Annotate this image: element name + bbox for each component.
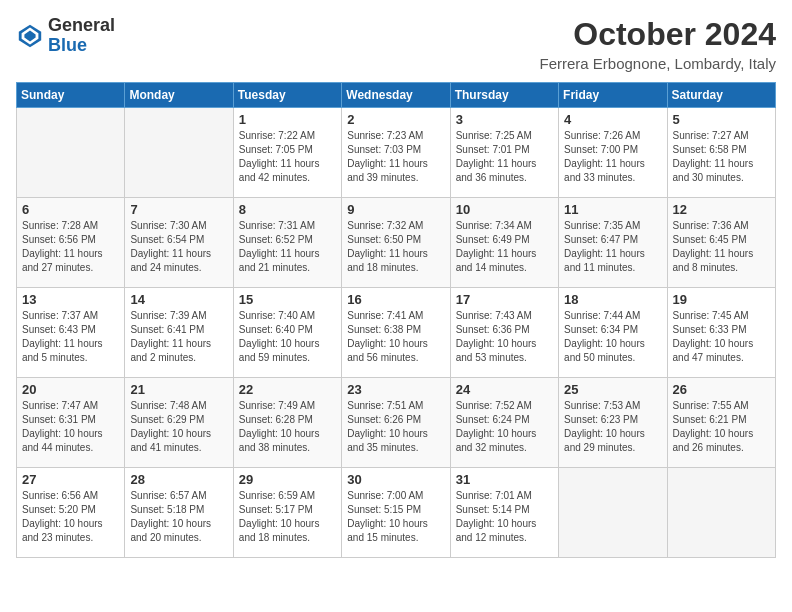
calendar-week-row: 20Sunrise: 7:47 AMSunset: 6:31 PMDayligh… [17, 378, 776, 468]
calendar-cell: 12Sunrise: 7:36 AMSunset: 6:45 PMDayligh… [667, 198, 775, 288]
day-detail: Sunrise: 6:57 AMSunset: 5:18 PMDaylight:… [130, 489, 227, 545]
day-number: 16 [347, 292, 444, 307]
day-detail: Sunrise: 7:31 AMSunset: 6:52 PMDaylight:… [239, 219, 336, 275]
day-detail: Sunrise: 7:01 AMSunset: 5:14 PMDaylight:… [456, 489, 553, 545]
day-number: 12 [673, 202, 770, 217]
day-detail: Sunrise: 7:26 AMSunset: 7:00 PMDaylight:… [564, 129, 661, 185]
day-number: 10 [456, 202, 553, 217]
calendar-cell: 23Sunrise: 7:51 AMSunset: 6:26 PMDayligh… [342, 378, 450, 468]
day-detail: Sunrise: 7:37 AMSunset: 6:43 PMDaylight:… [22, 309, 119, 365]
calendar-week-row: 6Sunrise: 7:28 AMSunset: 6:56 PMDaylight… [17, 198, 776, 288]
day-detail: Sunrise: 7:28 AMSunset: 6:56 PMDaylight:… [22, 219, 119, 275]
day-detail: Sunrise: 7:47 AMSunset: 6:31 PMDaylight:… [22, 399, 119, 455]
day-number: 1 [239, 112, 336, 127]
calendar-cell: 7Sunrise: 7:30 AMSunset: 6:54 PMDaylight… [125, 198, 233, 288]
day-detail: Sunrise: 7:53 AMSunset: 6:23 PMDaylight:… [564, 399, 661, 455]
day-detail: Sunrise: 7:44 AMSunset: 6:34 PMDaylight:… [564, 309, 661, 365]
day-detail: Sunrise: 7:30 AMSunset: 6:54 PMDaylight:… [130, 219, 227, 275]
calendar-cell [125, 108, 233, 198]
calendar-cell: 15Sunrise: 7:40 AMSunset: 6:40 PMDayligh… [233, 288, 341, 378]
calendar-cell: 9Sunrise: 7:32 AMSunset: 6:50 PMDaylight… [342, 198, 450, 288]
day-detail: Sunrise: 7:55 AMSunset: 6:21 PMDaylight:… [673, 399, 770, 455]
day-number: 18 [564, 292, 661, 307]
calendar-cell: 16Sunrise: 7:41 AMSunset: 6:38 PMDayligh… [342, 288, 450, 378]
calendar-week-row: 13Sunrise: 7:37 AMSunset: 6:43 PMDayligh… [17, 288, 776, 378]
day-number: 8 [239, 202, 336, 217]
calendar-cell: 11Sunrise: 7:35 AMSunset: 6:47 PMDayligh… [559, 198, 667, 288]
day-number: 14 [130, 292, 227, 307]
day-detail: Sunrise: 7:49 AMSunset: 6:28 PMDaylight:… [239, 399, 336, 455]
calendar-cell [17, 108, 125, 198]
day-number: 22 [239, 382, 336, 397]
day-number: 28 [130, 472, 227, 487]
day-number: 26 [673, 382, 770, 397]
calendar-cell: 14Sunrise: 7:39 AMSunset: 6:41 PMDayligh… [125, 288, 233, 378]
calendar-cell: 17Sunrise: 7:43 AMSunset: 6:36 PMDayligh… [450, 288, 558, 378]
day-detail: Sunrise: 7:41 AMSunset: 6:38 PMDaylight:… [347, 309, 444, 365]
day-detail: Sunrise: 7:36 AMSunset: 6:45 PMDaylight:… [673, 219, 770, 275]
day-number: 3 [456, 112, 553, 127]
calendar-cell: 26Sunrise: 7:55 AMSunset: 6:21 PMDayligh… [667, 378, 775, 468]
calendar: SundayMondayTuesdayWednesdayThursdayFrid… [16, 82, 776, 558]
day-number: 9 [347, 202, 444, 217]
calendar-week-row: 1Sunrise: 7:22 AMSunset: 7:05 PMDaylight… [17, 108, 776, 198]
page-header: General Blue October 2024 Ferrera Erbogn… [16, 16, 776, 72]
calendar-cell: 21Sunrise: 7:48 AMSunset: 6:29 PMDayligh… [125, 378, 233, 468]
day-number: 30 [347, 472, 444, 487]
day-number: 6 [22, 202, 119, 217]
day-detail: Sunrise: 7:39 AMSunset: 6:41 PMDaylight:… [130, 309, 227, 365]
calendar-cell: 2Sunrise: 7:23 AMSunset: 7:03 PMDaylight… [342, 108, 450, 198]
calendar-cell: 24Sunrise: 7:52 AMSunset: 6:24 PMDayligh… [450, 378, 558, 468]
weekday-header: Friday [559, 83, 667, 108]
day-detail: Sunrise: 7:34 AMSunset: 6:49 PMDaylight:… [456, 219, 553, 275]
day-detail: Sunrise: 7:32 AMSunset: 6:50 PMDaylight:… [347, 219, 444, 275]
weekday-header: Sunday [17, 83, 125, 108]
logo-general: General [48, 15, 115, 35]
logo-blue: Blue [48, 35, 87, 55]
calendar-cell: 4Sunrise: 7:26 AMSunset: 7:00 PMDaylight… [559, 108, 667, 198]
logo-icon [16, 22, 44, 50]
calendar-cell: 5Sunrise: 7:27 AMSunset: 6:58 PMDaylight… [667, 108, 775, 198]
day-detail: Sunrise: 7:40 AMSunset: 6:40 PMDaylight:… [239, 309, 336, 365]
calendar-cell: 8Sunrise: 7:31 AMSunset: 6:52 PMDaylight… [233, 198, 341, 288]
day-number: 20 [22, 382, 119, 397]
calendar-cell: 28Sunrise: 6:57 AMSunset: 5:18 PMDayligh… [125, 468, 233, 558]
day-number: 4 [564, 112, 661, 127]
calendar-cell: 18Sunrise: 7:44 AMSunset: 6:34 PMDayligh… [559, 288, 667, 378]
calendar-cell: 3Sunrise: 7:25 AMSunset: 7:01 PMDaylight… [450, 108, 558, 198]
calendar-cell: 1Sunrise: 7:22 AMSunset: 7:05 PMDaylight… [233, 108, 341, 198]
calendar-cell: 27Sunrise: 6:56 AMSunset: 5:20 PMDayligh… [17, 468, 125, 558]
weekday-header: Tuesday [233, 83, 341, 108]
calendar-cell: 13Sunrise: 7:37 AMSunset: 6:43 PMDayligh… [17, 288, 125, 378]
day-detail: Sunrise: 7:43 AMSunset: 6:36 PMDaylight:… [456, 309, 553, 365]
calendar-week-row: 27Sunrise: 6:56 AMSunset: 5:20 PMDayligh… [17, 468, 776, 558]
day-number: 24 [456, 382, 553, 397]
calendar-cell: 6Sunrise: 7:28 AMSunset: 6:56 PMDaylight… [17, 198, 125, 288]
day-detail: Sunrise: 7:35 AMSunset: 6:47 PMDaylight:… [564, 219, 661, 275]
day-number: 23 [347, 382, 444, 397]
day-number: 13 [22, 292, 119, 307]
day-detail: Sunrise: 7:25 AMSunset: 7:01 PMDaylight:… [456, 129, 553, 185]
day-number: 29 [239, 472, 336, 487]
day-number: 19 [673, 292, 770, 307]
day-detail: Sunrise: 7:22 AMSunset: 7:05 PMDaylight:… [239, 129, 336, 185]
logo-text: General Blue [48, 16, 115, 56]
month-title: October 2024 [539, 16, 776, 53]
day-detail: Sunrise: 7:27 AMSunset: 6:58 PMDaylight:… [673, 129, 770, 185]
day-number: 11 [564, 202, 661, 217]
day-detail: Sunrise: 7:51 AMSunset: 6:26 PMDaylight:… [347, 399, 444, 455]
day-number: 5 [673, 112, 770, 127]
day-detail: Sunrise: 7:23 AMSunset: 7:03 PMDaylight:… [347, 129, 444, 185]
day-detail: Sunrise: 7:48 AMSunset: 6:29 PMDaylight:… [130, 399, 227, 455]
title-block: October 2024 Ferrera Erbognone, Lombardy… [539, 16, 776, 72]
location: Ferrera Erbognone, Lombardy, Italy [539, 55, 776, 72]
calendar-cell: 22Sunrise: 7:49 AMSunset: 6:28 PMDayligh… [233, 378, 341, 468]
day-detail: Sunrise: 6:56 AMSunset: 5:20 PMDaylight:… [22, 489, 119, 545]
day-detail: Sunrise: 7:52 AMSunset: 6:24 PMDaylight:… [456, 399, 553, 455]
day-number: 15 [239, 292, 336, 307]
calendar-cell: 29Sunrise: 6:59 AMSunset: 5:17 PMDayligh… [233, 468, 341, 558]
weekday-header: Monday [125, 83, 233, 108]
calendar-cell: 25Sunrise: 7:53 AMSunset: 6:23 PMDayligh… [559, 378, 667, 468]
calendar-cell: 20Sunrise: 7:47 AMSunset: 6:31 PMDayligh… [17, 378, 125, 468]
calendar-cell: 31Sunrise: 7:01 AMSunset: 5:14 PMDayligh… [450, 468, 558, 558]
